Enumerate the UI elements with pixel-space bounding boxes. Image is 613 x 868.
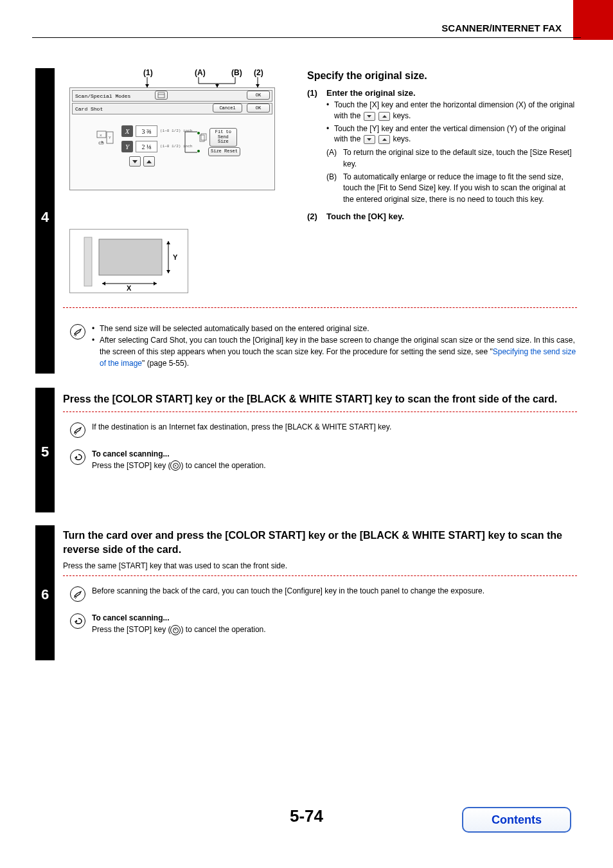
svg-line-43 [75, 433, 76, 435]
svg-marker-18 [147, 160, 152, 163]
ok-button[interactable]: OK [247, 104, 270, 113]
sub-a: (A) To return the original size to the d… [326, 147, 577, 170]
sub-b-text: To automatically enlarge or reduce the i… [343, 172, 577, 205]
svg-marker-30 [154, 282, 157, 285]
callout-b: (B) [231, 68, 242, 77]
step6-note1-text: Before scanning the back of the card, yo… [92, 585, 577, 602]
arrow-keys [129, 156, 155, 167]
cancel-button[interactable]: Cancel [213, 104, 242, 113]
inline-up-key-icon [378, 112, 390, 121]
touch-panel-figure: (1) (A) (B) (2) Scan/Special Modes OK [63, 68, 278, 222]
stop-key-icon: ✕ [170, 460, 181, 471]
ab-connector [182, 125, 208, 164]
svg-line-45 [74, 597, 75, 598]
note-2-b: " (page 5-55). [142, 359, 189, 368]
substep-2: (2) Touch the [OK] key. [307, 212, 577, 221]
up-arrow-key[interactable] [143, 156, 155, 167]
substep-1-text: Enter the original size. [326, 88, 577, 98]
xy-diagram: X Y [69, 229, 188, 293]
size-reset-key[interactable]: Size Reset [208, 147, 240, 156]
svg-marker-33 [166, 241, 170, 244]
callout-a: (A) [195, 68, 206, 77]
down-arrow-key[interactable] [129, 156, 141, 167]
step4-instructions: Specify the original size. (1) Enter the… [307, 70, 577, 221]
svg-marker-39 [382, 138, 387, 141]
icon-button[interactable] [155, 91, 168, 100]
step-5: Press the [COLOR START] key or the [BLAC… [63, 392, 577, 471]
cancel-t1: Press the [STOP] key ( [92, 461, 170, 470]
step4-title: Specify the original size. [307, 70, 577, 82]
svg-text:Y: Y [173, 253, 178, 261]
svg-marker-17 [132, 160, 138, 163]
svg-text:X: X [127, 284, 132, 292]
svg-line-40 [74, 334, 75, 336]
back-icon [70, 449, 85, 465]
step6-sub: Press the same [START] key that was used… [63, 561, 577, 570]
svg-marker-38 [367, 138, 371, 141]
svg-marker-29 [102, 282, 105, 285]
svg-text:x: x [100, 133, 102, 138]
y-value: 2 ⅛ [136, 141, 157, 152]
svg-point-24 [197, 132, 200, 134]
panel-box: Scan/Special Modes OK Card Shot Cancel O… [69, 87, 275, 190]
chapter-tab [573, 0, 613, 40]
step6-heading: Turn the card over and press the [COLOR … [63, 529, 577, 556]
step5-heading: Press the [COLOR START] key or the [BLAC… [63, 392, 577, 406]
callout-1: (1) [143, 68, 153, 77]
svg-rect-27 [99, 239, 162, 275]
bullet-x-text-b: keys. [393, 111, 411, 120]
substep-1-num: (1) [307, 88, 326, 98]
step-number-4: 4 [35, 209, 55, 226]
cancel-text: Press the [STOP] key (✕) to cancel the o… [92, 624, 577, 635]
svg-marker-14 [102, 141, 103, 143]
sub-b: (B) To automatically enlarge or reduce t… [326, 172, 577, 205]
cancel-heading: To cancel scanning... [92, 612, 577, 624]
stop-key-icon: ✕ [170, 625, 181, 635]
step-6: Turn the card over and press the [COLOR … [63, 529, 577, 635]
reset-row: Size Reset [208, 147, 240, 156]
svg-line-42 [74, 433, 75, 434]
svg-text:Y: Y [109, 136, 111, 140]
sub-a-num: (A) [326, 147, 343, 170]
sub-a-text: To return the original size to the defau… [343, 147, 577, 170]
svg-rect-9 [158, 93, 164, 98]
callout-2: (2) [254, 68, 263, 77]
cancel-t1: Press the [STOP] key ( [92, 625, 170, 634]
substep-2-num: (2) [307, 212, 326, 221]
chapter-header: SCANNER/INTERNET FAX [441, 23, 562, 33]
svg-marker-34 [166, 270, 170, 273]
svg-rect-26 [84, 237, 92, 286]
step6-note1: Before scanning the back of the card, yo… [63, 585, 577, 602]
svg-marker-37 [382, 115, 387, 118]
panel-header-label: Scan/Special Modes [75, 93, 130, 99]
step5-note1: If the destination is an Internet fax de… [63, 421, 577, 438]
panel-subheader-label: Card Shot [75, 106, 103, 112]
note-icon [70, 586, 85, 602]
header-underline [32, 37, 581, 38]
note-line-1: The send size will be selected automatic… [100, 323, 577, 334]
step-4: (1) (A) (B) (2) Scan/Special Modes OK [63, 68, 577, 222]
note-icon [70, 324, 85, 339]
bullet-x: • Touch the [X] key and enter the horizo… [326, 100, 577, 122]
back-icon [70, 613, 85, 629]
x-value: 3 ⅜ [136, 125, 157, 137]
header-ok-button[interactable]: OK [247, 91, 270, 100]
y-key[interactable]: Y [121, 141, 133, 152]
inline-down-key-icon-2 [364, 135, 375, 144]
inline-down-key-icon [364, 112, 375, 121]
contents-button[interactable]: Contents [462, 807, 571, 833]
step5-cancel: To cancel scanning... Press the [STOP] k… [63, 448, 577, 471]
inline-up-key-icon-2 [378, 135, 390, 144]
x-key[interactable]: X [121, 125, 133, 137]
svg-point-25 [197, 150, 200, 152]
step5-note1-text: If the destination is an Internet fax de… [92, 421, 577, 438]
note-line-2: After selecting Card Shot, you can touch… [100, 334, 577, 369]
cancel-heading: To cancel scanning... [92, 448, 577, 460]
step6-cancel: To cancel scanning... Press the [STOP] k… [63, 612, 577, 635]
svg-marker-36 [367, 115, 371, 118]
cancel-t2: ) to cancel the operation. [181, 461, 265, 470]
preview-icon: x Y [96, 130, 115, 148]
substep-2-text: Touch the [OK] key. [326, 212, 577, 221]
fit-to-send-size-key[interactable]: Fit to Send Size [209, 128, 237, 147]
cancel-text: Press the [STOP] key (✕) to cancel the o… [92, 460, 577, 471]
